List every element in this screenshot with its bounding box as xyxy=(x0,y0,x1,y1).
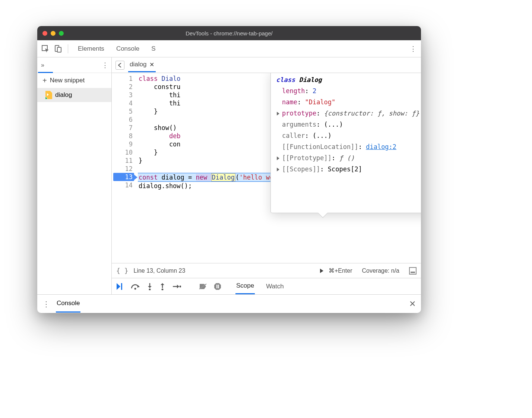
pause-on-exceptions-icon[interactable] xyxy=(214,282,221,291)
svg-rect-14 xyxy=(218,285,219,288)
cursor-position: Line 13, Column 23 xyxy=(134,267,186,274)
popover-property-row[interactable]: [[Scopes]]: Scopes[2] xyxy=(276,164,421,175)
deactivate-breakpoints-icon[interactable] xyxy=(199,282,207,291)
line-number[interactable]: 5 xyxy=(113,107,134,115)
editor-tabbar: dialog ✕ xyxy=(112,57,421,73)
run-snippet-icon[interactable] xyxy=(320,269,323,273)
line-number[interactable]: 11 xyxy=(113,156,134,165)
more-options-icon[interactable]: ⋮ xyxy=(410,45,416,53)
debugger-right-tabs: Scope Watch xyxy=(228,278,285,294)
line-number[interactable]: 2 xyxy=(113,83,134,91)
resume-icon[interactable] xyxy=(116,282,124,291)
snippets-sidebar: » ⋮ + New snippet dialog xyxy=(37,57,112,294)
snippet-file-icon xyxy=(45,91,52,99)
step-icon[interactable] xyxy=(172,282,181,291)
code-editor[interactable]: 1234567891011121314 class Dialo constru … xyxy=(112,73,421,263)
svg-point-8 xyxy=(162,288,164,290)
gutter: 1234567891011121314 xyxy=(112,73,138,263)
step-over-icon[interactable] xyxy=(131,282,140,291)
close-tab-icon[interactable]: ✕ xyxy=(149,61,154,68)
close-drawer-icon[interactable]: ✕ xyxy=(409,299,416,309)
console-drawer: ⋮ Console ✕ xyxy=(37,294,421,313)
snippet-item-label: dialog xyxy=(55,91,72,99)
line-number[interactable]: 1 xyxy=(113,75,134,83)
popover-property-row: name: "Dialog" xyxy=(276,96,421,108)
object-preview-popover: class Dialog length: 2name: "Dialog"prot… xyxy=(270,73,421,213)
tab-elements[interactable]: Elements xyxy=(77,41,105,56)
drawer-more-icon[interactable]: ⋮ xyxy=(42,300,49,308)
inspect-element-icon[interactable] xyxy=(40,44,51,54)
line-number[interactable]: 3 xyxy=(113,91,134,99)
editor-tab-label: dialog xyxy=(130,61,146,68)
line-number[interactable]: 9 xyxy=(113,140,134,148)
pretty-print-icon[interactable]: { } xyxy=(116,267,129,275)
tab-scope[interactable]: Scope xyxy=(235,278,255,294)
coverage-label: Coverage: n/a xyxy=(362,267,399,274)
line-number[interactable]: 14 xyxy=(113,181,134,189)
tab-sources[interactable]: S xyxy=(151,41,156,56)
expand-navigator-icon[interactable]: » xyxy=(41,62,44,69)
svg-point-6 xyxy=(149,288,151,290)
popover-property-row: arguments: (...) xyxy=(276,119,421,130)
popover-property-row[interactable]: prototype: {constructor: ƒ, show: ƒ} xyxy=(276,108,421,119)
editor-tab[interactable]: dialog ✕ xyxy=(128,58,156,72)
run-hint: ⌘+Enter xyxy=(329,267,352,274)
drawer-tab-console[interactable]: Console xyxy=(56,295,80,313)
tab-console[interactable]: Console xyxy=(115,41,140,56)
popover-property-row: caller: (...) xyxy=(276,130,421,141)
line-number[interactable]: 8 xyxy=(113,132,134,140)
popover-property-row: [[FunctionLocation]]: dialog:2 xyxy=(276,141,421,152)
line-number[interactable]: 4 xyxy=(113,99,134,107)
line-number[interactable]: 12 xyxy=(113,165,134,173)
window-title: DevTools - chrome://new-tab-page/ xyxy=(37,30,421,37)
svg-point-4 xyxy=(134,288,136,289)
editor-status-bar: { } Line 13, Column 23 ⌘+Enter Coverage:… xyxy=(112,263,421,278)
separator xyxy=(68,44,68,53)
sidebar-more-icon[interactable]: ⋮ xyxy=(102,61,108,69)
svg-rect-2 xyxy=(57,47,61,52)
popover-property-row: length: 2 xyxy=(276,85,421,96)
debugger-toolbar: Scope Watch xyxy=(112,278,421,294)
devtools-window: DevTools - chrome://new-tab-page/ Elemen… xyxy=(37,26,421,313)
svg-point-10 xyxy=(180,285,181,287)
svg-rect-3 xyxy=(121,283,122,290)
line-number[interactable]: 7 xyxy=(113,124,134,132)
nav-back-icon[interactable] xyxy=(115,61,124,70)
editor-column: dialog ✕ 1234567891011121314 class Dialo… xyxy=(112,57,421,294)
panel-tabs: Elements Console S xyxy=(77,41,156,56)
sidebar-header: » ⋮ xyxy=(37,57,111,73)
source-map-icon[interactable] xyxy=(409,267,417,275)
line-number[interactable]: 6 xyxy=(113,115,134,124)
popover-title: class Dialog xyxy=(276,74,421,85)
body-area: » ⋮ + New snippet dialog dialog xyxy=(37,57,421,294)
toolbar-right: ⋮ xyxy=(410,45,418,53)
line-number[interactable]: 10 xyxy=(113,148,134,156)
tab-watch[interactable]: Watch xyxy=(265,279,285,294)
svg-rect-13 xyxy=(216,285,218,288)
device-toolbar-icon[interactable] xyxy=(53,44,63,54)
plus-icon: + xyxy=(42,76,47,85)
titlebar: DevTools - chrome://new-tab-page/ xyxy=(37,26,421,40)
snippet-item[interactable]: dialog xyxy=(37,88,111,102)
step-out-icon[interactable] xyxy=(159,282,165,291)
line-number[interactable]: 13 xyxy=(113,173,134,181)
step-into-icon[interactable] xyxy=(147,282,153,291)
new-snippet-label: New snippet xyxy=(50,77,85,84)
new-snippet-button[interactable]: + New snippet xyxy=(37,73,111,88)
panel-tabbar: Elements Console S ⋮ xyxy=(37,40,421,57)
popover-property-row[interactable]: [[Prototype]]: ƒ () xyxy=(276,152,421,164)
